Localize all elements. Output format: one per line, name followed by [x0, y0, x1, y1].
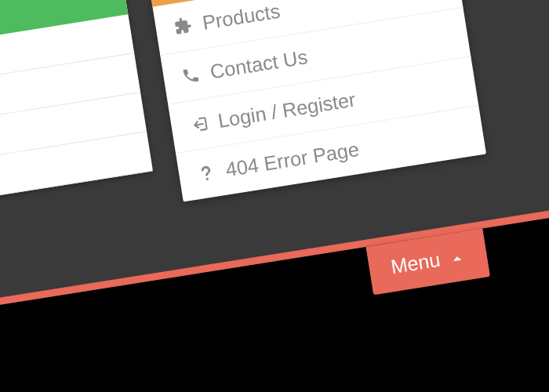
menu-item-label: 404 Error Page: [224, 138, 361, 182]
phone-icon: [178, 64, 203, 89]
menu-item-label: Contact Us: [209, 45, 309, 84]
menu-toggle-label: Menu: [389, 249, 442, 279]
menu-column-panel: Menu Column Products Contact Us Login / …: [145, 0, 486, 201]
puzzle-icon: [171, 14, 196, 39]
secondary-menu-panel: [0, 0, 153, 202]
question-icon: [194, 162, 219, 187]
menu-item-label: Products: [201, 0, 282, 35]
chevron-up-icon: [448, 248, 467, 267]
login-icon: [186, 112, 211, 137]
menu-item-label: Login / Register: [216, 88, 358, 132]
